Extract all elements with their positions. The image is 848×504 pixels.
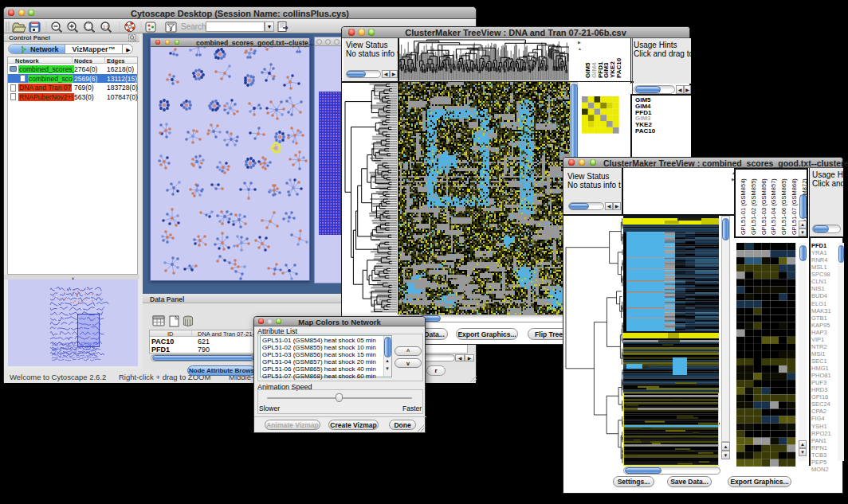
svg-text:1:1: 1:1: [103, 25, 109, 29]
